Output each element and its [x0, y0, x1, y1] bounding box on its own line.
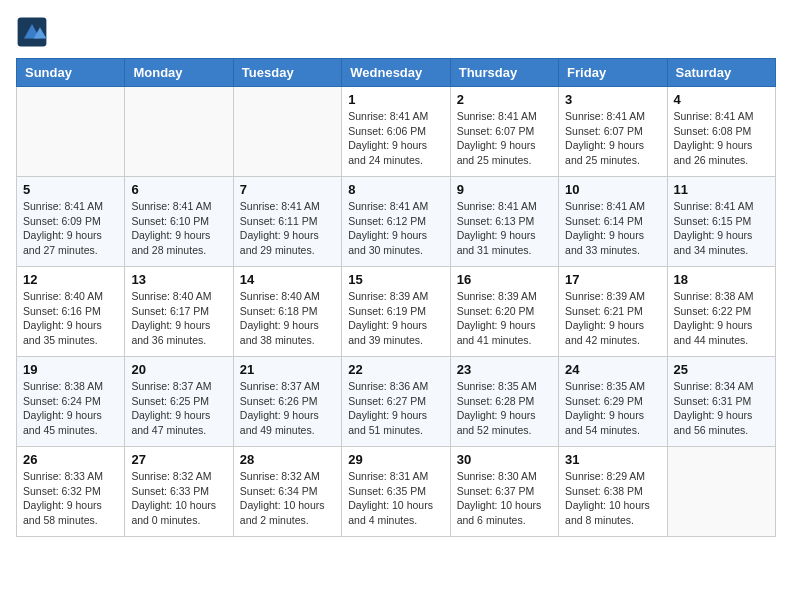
weekday-header: Tuesday	[233, 59, 341, 87]
day-number: 2	[457, 92, 552, 107]
day-number: 9	[457, 182, 552, 197]
calendar-cell: 31Sunrise: 8:29 AMSunset: 6:38 PMDayligh…	[559, 447, 667, 537]
calendar-cell	[17, 87, 125, 177]
day-detail: Sunrise: 8:41 AMSunset: 6:15 PMDaylight:…	[674, 199, 769, 258]
day-number: 24	[565, 362, 660, 377]
weekday-header-row: SundayMondayTuesdayWednesdayThursdayFrid…	[17, 59, 776, 87]
calendar-cell: 16Sunrise: 8:39 AMSunset: 6:20 PMDayligh…	[450, 267, 558, 357]
day-detail: Sunrise: 8:39 AMSunset: 6:21 PMDaylight:…	[565, 289, 660, 348]
day-detail: Sunrise: 8:38 AMSunset: 6:22 PMDaylight:…	[674, 289, 769, 348]
calendar-cell: 26Sunrise: 8:33 AMSunset: 6:32 PMDayligh…	[17, 447, 125, 537]
calendar-cell: 1Sunrise: 8:41 AMSunset: 6:06 PMDaylight…	[342, 87, 450, 177]
calendar-cell	[667, 447, 775, 537]
day-detail: Sunrise: 8:41 AMSunset: 6:07 PMDaylight:…	[565, 109, 660, 168]
logo-icon	[16, 16, 48, 48]
calendar-cell: 18Sunrise: 8:38 AMSunset: 6:22 PMDayligh…	[667, 267, 775, 357]
day-number: 14	[240, 272, 335, 287]
day-detail: Sunrise: 8:41 AMSunset: 6:14 PMDaylight:…	[565, 199, 660, 258]
day-number: 7	[240, 182, 335, 197]
day-detail: Sunrise: 8:37 AMSunset: 6:26 PMDaylight:…	[240, 379, 335, 438]
day-number: 30	[457, 452, 552, 467]
calendar-cell: 24Sunrise: 8:35 AMSunset: 6:29 PMDayligh…	[559, 357, 667, 447]
day-detail: Sunrise: 8:40 AMSunset: 6:17 PMDaylight:…	[131, 289, 226, 348]
day-number: 8	[348, 182, 443, 197]
day-detail: Sunrise: 8:41 AMSunset: 6:11 PMDaylight:…	[240, 199, 335, 258]
day-detail: Sunrise: 8:40 AMSunset: 6:18 PMDaylight:…	[240, 289, 335, 348]
day-number: 19	[23, 362, 118, 377]
calendar-cell: 5Sunrise: 8:41 AMSunset: 6:09 PMDaylight…	[17, 177, 125, 267]
weekday-header: Friday	[559, 59, 667, 87]
day-number: 28	[240, 452, 335, 467]
day-number: 16	[457, 272, 552, 287]
calendar-cell: 25Sunrise: 8:34 AMSunset: 6:31 PMDayligh…	[667, 357, 775, 447]
day-detail: Sunrise: 8:35 AMSunset: 6:28 PMDaylight:…	[457, 379, 552, 438]
day-number: 15	[348, 272, 443, 287]
day-number: 22	[348, 362, 443, 377]
weekday-header: Monday	[125, 59, 233, 87]
calendar-cell: 15Sunrise: 8:39 AMSunset: 6:19 PMDayligh…	[342, 267, 450, 357]
day-number: 29	[348, 452, 443, 467]
day-number: 18	[674, 272, 769, 287]
day-detail: Sunrise: 8:41 AMSunset: 6:06 PMDaylight:…	[348, 109, 443, 168]
day-detail: Sunrise: 8:41 AMSunset: 6:07 PMDaylight:…	[457, 109, 552, 168]
calendar-cell: 3Sunrise: 8:41 AMSunset: 6:07 PMDaylight…	[559, 87, 667, 177]
calendar-cell: 21Sunrise: 8:37 AMSunset: 6:26 PMDayligh…	[233, 357, 341, 447]
week-row: 19Sunrise: 8:38 AMSunset: 6:24 PMDayligh…	[17, 357, 776, 447]
day-detail: Sunrise: 8:41 AMSunset: 6:12 PMDaylight:…	[348, 199, 443, 258]
day-detail: Sunrise: 8:40 AMSunset: 6:16 PMDaylight:…	[23, 289, 118, 348]
calendar-cell	[125, 87, 233, 177]
day-detail: Sunrise: 8:33 AMSunset: 6:32 PMDaylight:…	[23, 469, 118, 528]
day-number: 6	[131, 182, 226, 197]
calendar-cell: 30Sunrise: 8:30 AMSunset: 6:37 PMDayligh…	[450, 447, 558, 537]
week-row: 26Sunrise: 8:33 AMSunset: 6:32 PMDayligh…	[17, 447, 776, 537]
day-number: 13	[131, 272, 226, 287]
week-row: 5Sunrise: 8:41 AMSunset: 6:09 PMDaylight…	[17, 177, 776, 267]
day-number: 21	[240, 362, 335, 377]
day-detail: Sunrise: 8:32 AMSunset: 6:33 PMDaylight:…	[131, 469, 226, 528]
calendar-cell: 9Sunrise: 8:41 AMSunset: 6:13 PMDaylight…	[450, 177, 558, 267]
calendar-cell: 2Sunrise: 8:41 AMSunset: 6:07 PMDaylight…	[450, 87, 558, 177]
weekday-header: Sunday	[17, 59, 125, 87]
calendar-cell: 27Sunrise: 8:32 AMSunset: 6:33 PMDayligh…	[125, 447, 233, 537]
calendar-cell: 20Sunrise: 8:37 AMSunset: 6:25 PMDayligh…	[125, 357, 233, 447]
calendar-cell	[233, 87, 341, 177]
calendar-cell: 4Sunrise: 8:41 AMSunset: 6:08 PMDaylight…	[667, 87, 775, 177]
weekday-header: Saturday	[667, 59, 775, 87]
day-detail: Sunrise: 8:41 AMSunset: 6:13 PMDaylight:…	[457, 199, 552, 258]
calendar-cell: 10Sunrise: 8:41 AMSunset: 6:14 PMDayligh…	[559, 177, 667, 267]
week-row: 1Sunrise: 8:41 AMSunset: 6:06 PMDaylight…	[17, 87, 776, 177]
day-detail: Sunrise: 8:37 AMSunset: 6:25 PMDaylight:…	[131, 379, 226, 438]
day-number: 26	[23, 452, 118, 467]
day-detail: Sunrise: 8:41 AMSunset: 6:10 PMDaylight:…	[131, 199, 226, 258]
day-number: 1	[348, 92, 443, 107]
day-number: 10	[565, 182, 660, 197]
calendar-cell: 28Sunrise: 8:32 AMSunset: 6:34 PMDayligh…	[233, 447, 341, 537]
week-row: 12Sunrise: 8:40 AMSunset: 6:16 PMDayligh…	[17, 267, 776, 357]
calendar-cell: 6Sunrise: 8:41 AMSunset: 6:10 PMDaylight…	[125, 177, 233, 267]
day-detail: Sunrise: 8:34 AMSunset: 6:31 PMDaylight:…	[674, 379, 769, 438]
day-detail: Sunrise: 8:41 AMSunset: 6:09 PMDaylight:…	[23, 199, 118, 258]
calendar-cell: 8Sunrise: 8:41 AMSunset: 6:12 PMDaylight…	[342, 177, 450, 267]
day-number: 20	[131, 362, 226, 377]
calendar-cell: 17Sunrise: 8:39 AMSunset: 6:21 PMDayligh…	[559, 267, 667, 357]
day-detail: Sunrise: 8:39 AMSunset: 6:19 PMDaylight:…	[348, 289, 443, 348]
day-detail: Sunrise: 8:35 AMSunset: 6:29 PMDaylight:…	[565, 379, 660, 438]
calendar-cell: 23Sunrise: 8:35 AMSunset: 6:28 PMDayligh…	[450, 357, 558, 447]
calendar-cell: 12Sunrise: 8:40 AMSunset: 6:16 PMDayligh…	[17, 267, 125, 357]
calendar-cell: 14Sunrise: 8:40 AMSunset: 6:18 PMDayligh…	[233, 267, 341, 357]
day-detail: Sunrise: 8:38 AMSunset: 6:24 PMDaylight:…	[23, 379, 118, 438]
day-detail: Sunrise: 8:36 AMSunset: 6:27 PMDaylight:…	[348, 379, 443, 438]
calendar-table: SundayMondayTuesdayWednesdayThursdayFrid…	[16, 58, 776, 537]
day-number: 31	[565, 452, 660, 467]
day-detail: Sunrise: 8:30 AMSunset: 6:37 PMDaylight:…	[457, 469, 552, 528]
day-detail: Sunrise: 8:39 AMSunset: 6:20 PMDaylight:…	[457, 289, 552, 348]
day-number: 25	[674, 362, 769, 377]
calendar-cell: 7Sunrise: 8:41 AMSunset: 6:11 PMDaylight…	[233, 177, 341, 267]
calendar-cell: 29Sunrise: 8:31 AMSunset: 6:35 PMDayligh…	[342, 447, 450, 537]
page-header	[16, 16, 776, 48]
day-number: 5	[23, 182, 118, 197]
weekday-header: Thursday	[450, 59, 558, 87]
weekday-header: Wednesday	[342, 59, 450, 87]
logo	[16, 16, 52, 48]
day-number: 12	[23, 272, 118, 287]
